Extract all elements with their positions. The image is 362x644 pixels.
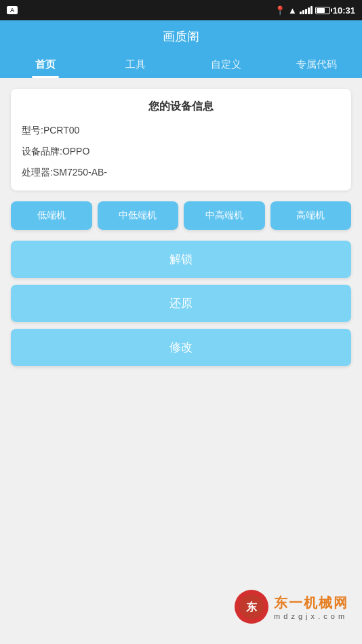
device-brand-value: OPPO — [62, 146, 89, 157]
device-model-label: 型号: — [22, 125, 43, 136]
footer-site-url: m d z g j x . c o m — [274, 612, 348, 620]
wifi-icon: ▲ — [288, 5, 297, 16]
tab-tools[interactable]: 工具 — [91, 52, 182, 78]
device-processor-value: SM7250-AB- — [53, 167, 107, 178]
status-bar-right: 📍 ▲ 10:31 — [275, 5, 355, 16]
tab-custom[interactable]: 自定义 — [181, 52, 272, 78]
main-content: 您的设备信息 型号:PCRT00 设备品牌:OPPO 处理器:SM7250-AB… — [0, 78, 362, 377]
device-info-card: 您的设备信息 型号:PCRT00 设备品牌:OPPO 处理器:SM7250-AB… — [11, 89, 351, 190]
tab-exclusive-code[interactable]: 专属代码 — [272, 52, 363, 78]
battery-icon — [315, 7, 330, 14]
tab-bar: 首页 工具 自定义 专属代码 — [0, 52, 362, 78]
device-model-value: PCRT00 — [43, 125, 79, 136]
device-model-row: 型号:PCRT00 — [22, 123, 340, 138]
mid-low-end-button[interactable]: 中低端机 — [98, 201, 179, 230]
modify-button[interactable]: 修改 — [11, 329, 351, 366]
status-bar-left: A — [7, 6, 18, 14]
footer-logo: 东 — [235, 590, 268, 624]
device-processor-row: 处理器:SM7250-AB- — [22, 165, 340, 180]
mid-high-end-button[interactable]: 中高端机 — [184, 201, 265, 230]
device-brand-label: 设备品牌: — [22, 146, 62, 157]
unlock-button[interactable]: 解锁 — [11, 241, 351, 278]
location-icon: 📍 — [275, 5, 285, 16]
device-brand-row: 设备品牌:OPPO — [22, 144, 340, 159]
footer-watermark: 东 东一机械网 m d z g j x . c o m — [235, 590, 348, 624]
footer-site-title: 东一机械网 — [274, 594, 348, 612]
app-title: 画质阁 — [163, 28, 199, 45]
status-bar: A 📍 ▲ 10:31 — [0, 0, 362, 20]
app-icon: A — [7, 6, 18, 14]
clock: 10:31 — [333, 5, 355, 16]
device-info-title: 您的设备信息 — [22, 100, 340, 114]
svg-text:东: 东 — [246, 601, 258, 613]
restore-button[interactable]: 还原 — [11, 285, 351, 322]
device-processor-label: 处理器: — [22, 167, 53, 178]
footer-text: 东一机械网 m d z g j x . c o m — [274, 594, 348, 620]
low-end-button[interactable]: 低端机 — [11, 201, 92, 230]
app-header: 画质阁 首页 工具 自定义 专属代码 — [0, 20, 362, 78]
action-buttons: 解锁 还原 修改 — [11, 241, 351, 366]
quality-buttons-row: 低端机 中低端机 中高端机 高端机 — [11, 201, 351, 230]
high-end-button[interactable]: 高端机 — [270, 201, 352, 230]
signal-icon — [300, 6, 313, 14]
tab-home[interactable]: 首页 — [0, 52, 91, 78]
